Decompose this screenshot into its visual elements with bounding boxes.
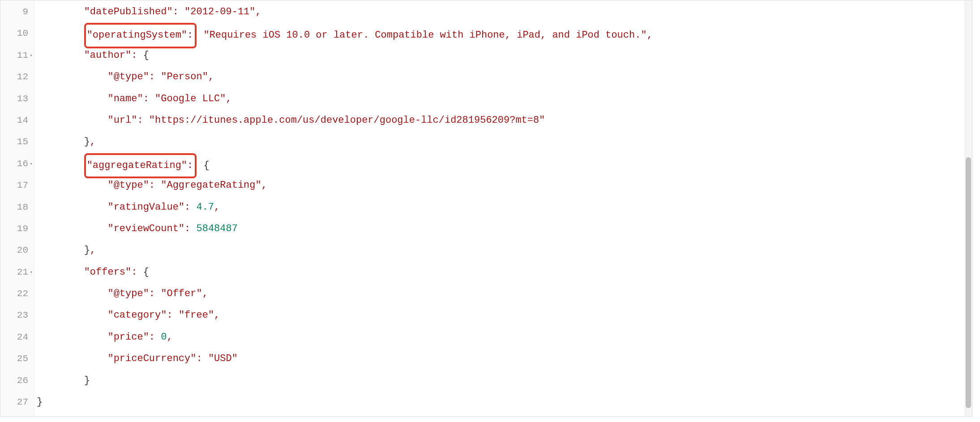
json-string: "USD"	[208, 353, 238, 364]
line-number: 21▾	[0, 262, 34, 283]
line-number: 16▾	[0, 153, 34, 175]
line-number: 19	[0, 218, 34, 240]
line-number: 24	[0, 327, 34, 348]
json-key: "aggregateRating"	[87, 160, 187, 171]
line-number: 18	[0, 197, 34, 218]
json-key: "category"	[107, 310, 167, 321]
line-number: 27	[0, 392, 34, 413]
code-line: }	[37, 370, 972, 392]
json-string: "https://itunes.apple.com/us/developer/g…	[149, 115, 545, 126]
json-brace: {	[203, 160, 209, 171]
fold-toggle-icon[interactable]: ▾	[30, 262, 33, 283]
scrollbar-thumb[interactable]	[966, 157, 971, 408]
line-number: 23	[0, 305, 34, 326]
json-string: "Requires iOS 10.0 or later. Compatible …	[203, 30, 646, 41]
json-brace: }	[37, 396, 43, 408]
fold-toggle-icon[interactable]: ▾	[30, 153, 33, 175]
json-key: "ratingValue"	[107, 202, 184, 213]
json-key: "offers"	[84, 267, 132, 278]
code-line: },	[37, 131, 972, 153]
code-line: "aggregateRating": {	[37, 153, 972, 175]
json-string: "free"	[179, 310, 214, 321]
json-string: "Offer"	[161, 288, 202, 299]
code-content[interactable]: "datePublished": "2012-09-11", "operatin…	[34, 0, 972, 416]
line-number: 13	[0, 88, 34, 110]
code-line: "@type": "AggregateRating",	[37, 175, 972, 196]
json-key: "price"	[107, 332, 149, 343]
line-number: 20	[0, 240, 34, 261]
json-brace: }	[84, 245, 90, 256]
code-line: "reviewCount": 5848487	[37, 218, 972, 240]
code-line: "@type": "Person",	[37, 66, 972, 88]
json-key: "reviewCount"	[107, 223, 184, 234]
json-brace: {	[143, 267, 149, 278]
code-line: "ratingValue": 4.7,	[37, 197, 972, 218]
json-number: 4.7	[196, 202, 214, 213]
line-number: 14	[0, 110, 34, 131]
code-line: "url": "https://itunes.apple.com/us/deve…	[37, 110, 972, 131]
json-key: "name"	[107, 93, 143, 104]
code-line: "price": 0,	[37, 327, 972, 348]
json-brace: {	[143, 50, 149, 61]
line-number: 26	[0, 370, 34, 392]
json-string: "2012-09-11"	[184, 6, 255, 17]
line-number: 12	[0, 66, 34, 88]
code-line: "category": "free",	[37, 305, 972, 326]
json-string: "Google LLC"	[155, 93, 226, 104]
json-key: "url"	[107, 115, 137, 126]
code-line: "@type": "Offer",	[37, 283, 972, 305]
json-key: "author"	[84, 50, 132, 61]
code-line: }	[37, 392, 972, 413]
code-line: "operatingSystem": "Requires iOS 10.0 or…	[37, 23, 972, 44]
json-string: "AggregateRating"	[161, 180, 261, 191]
line-number: 17	[0, 175, 34, 196]
line-number-gutter: 91011▾1213141516▾1718192021▾222324252627	[0, 0, 34, 416]
json-key: "priceCurrency"	[107, 353, 196, 364]
json-brace: }	[84, 375, 90, 386]
code-line: "offers": {	[37, 262, 972, 283]
code-line: "name": "Google LLC",	[37, 88, 972, 110]
line-number: 10	[0, 23, 34, 44]
json-key: "@type"	[107, 71, 149, 82]
json-number: 5848487	[196, 223, 237, 234]
line-number: 11▾	[0, 45, 34, 66]
json-key: "@type"	[107, 180, 149, 191]
code-line: "datePublished": "2012-09-11",	[37, 1, 972, 23]
code-editor[interactable]: 91011▾1213141516▾1718192021▾222324252627…	[0, 0, 972, 417]
json-number: 0	[161, 332, 167, 343]
code-line: },	[37, 240, 972, 261]
json-key: "datePublished"	[84, 6, 173, 17]
line-number: 22	[0, 283, 34, 305]
json-string: "Person"	[161, 71, 208, 82]
line-number: 15	[0, 131, 34, 153]
line-number: 9	[0, 1, 34, 23]
json-key: "@type"	[107, 288, 149, 299]
code-line: "priceCurrency": "USD"	[37, 348, 972, 370]
line-number: 25	[0, 348, 34, 370]
vertical-scrollbar[interactable]	[965, 0, 972, 416]
json-key: "operatingSystem"	[87, 30, 187, 41]
fold-toggle-icon[interactable]: ▾	[30, 45, 33, 66]
json-brace: }	[84, 136, 90, 147]
